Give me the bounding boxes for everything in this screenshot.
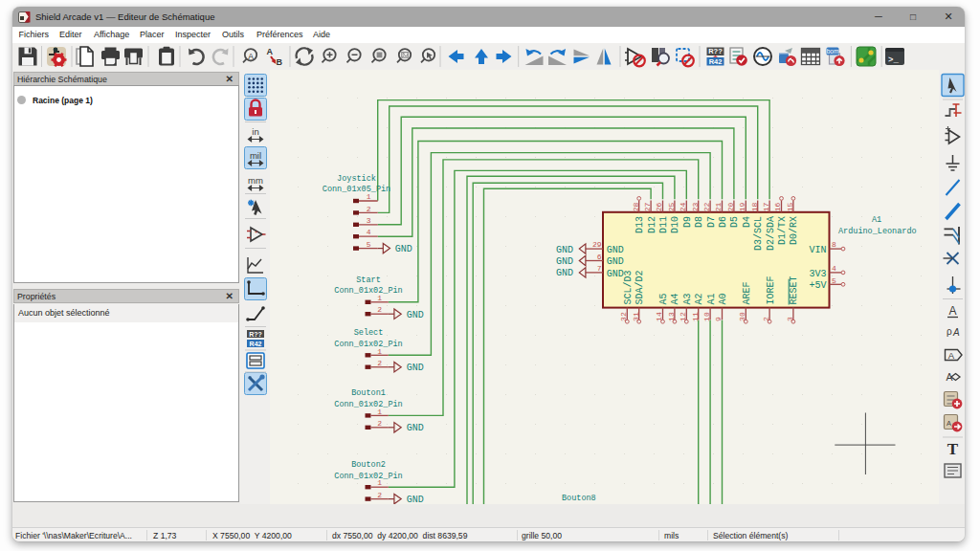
svg-text:A: A <box>952 327 960 338</box>
svg-text:ρ: ρ <box>947 326 952 337</box>
svg-text:20: 20 <box>726 202 735 211</box>
svg-text:28: 28 <box>632 202 640 211</box>
svg-text:2: 2 <box>367 205 371 213</box>
svg-text:11: 11 <box>691 312 700 321</box>
svg-text:23: 23 <box>691 202 700 211</box>
svg-text:A1: A1 <box>706 293 717 304</box>
svg-text:27: 27 <box>643 202 652 211</box>
svg-text:14: 14 <box>655 312 663 321</box>
svg-text:GND: GND <box>607 245 624 255</box>
svg-text:SCL/D3: SCL/D3 <box>623 270 634 304</box>
svg-text:30: 30 <box>738 312 746 321</box>
svg-text:4: 4 <box>367 228 371 236</box>
svg-text:T: T <box>947 440 959 458</box>
svg-text:R42: R42 <box>250 341 262 347</box>
svg-text:A1: A1 <box>872 215 881 225</box>
svg-text:GND: GND <box>607 256 624 267</box>
svg-text:A4: A4 <box>670 293 680 304</box>
svg-text:A2: A2 <box>694 293 704 304</box>
svg-text:1: 1 <box>377 347 382 356</box>
svg-text:D13: D13 <box>635 216 645 233</box>
svg-text:AREF: AREF <box>742 281 752 304</box>
svg-text:1: 1 <box>377 478 382 487</box>
svg-text:2: 2 <box>377 359 382 367</box>
svg-text:26: 26 <box>655 202 663 211</box>
svg-text:2: 2 <box>377 419 382 428</box>
svg-text:24: 24 <box>679 202 687 211</box>
svg-text:GND: GND <box>407 423 424 433</box>
svg-text:D7: D7 <box>706 216 717 228</box>
svg-text:A: A <box>948 304 956 318</box>
svg-text:D8: D8 <box>694 216 704 228</box>
svg-text:2: 2 <box>377 491 382 499</box>
svg-text:IOREF: IOREF <box>766 276 776 304</box>
svg-text:29: 29 <box>592 240 602 249</box>
svg-text:Bouton1: Bouton1 <box>351 388 386 398</box>
svg-text:in: in <box>252 126 258 137</box>
svg-text:1: 1 <box>377 408 382 416</box>
svg-text:2: 2 <box>377 305 382 314</box>
svg-text:+: + <box>255 229 258 234</box>
svg-text:GND: GND <box>407 310 424 320</box>
svg-text:5: 5 <box>832 276 836 285</box>
svg-text:25: 25 <box>667 202 676 211</box>
svg-text:32: 32 <box>619 312 628 321</box>
svg-text:GND: GND <box>607 269 624 279</box>
svg-text:D6: D6 <box>718 216 728 228</box>
svg-text:13: 13 <box>667 312 676 321</box>
svg-text:GND: GND <box>556 268 573 278</box>
svg-text:Conn_01x02_Pin: Conn_01x02_Pin <box>334 400 402 409</box>
svg-text:3: 3 <box>786 317 794 321</box>
svg-text:12: 12 <box>679 312 687 321</box>
svg-text:2: 2 <box>762 317 770 321</box>
svg-text:15: 15 <box>786 202 794 211</box>
svg-text:>_: >_ <box>888 55 899 65</box>
svg-text:D5: D5 <box>729 216 740 228</box>
svg-text:D12: D12 <box>647 216 657 233</box>
svg-text:D1/TX: D1/TX <box>777 216 788 245</box>
svg-text:GND: GND <box>395 244 412 254</box>
svg-text:18: 18 <box>750 202 759 211</box>
svg-text:3V3: 3V3 <box>809 269 826 279</box>
svg-text:Conn_01x02_Pin: Conn_01x02_Pin <box>334 472 402 481</box>
svg-text:8: 8 <box>832 240 836 249</box>
svg-text:4: 4 <box>832 264 836 273</box>
svg-text:16: 16 <box>773 202 782 211</box>
svg-text:D11: D11 <box>658 216 669 233</box>
svg-text:1: 1 <box>377 294 382 302</box>
svg-text:A: A <box>248 52 254 61</box>
svg-text:R42: R42 <box>709 57 723 66</box>
svg-text:17: 17 <box>762 202 770 211</box>
svg-text:22: 22 <box>702 202 711 211</box>
svg-text:+5V: +5V <box>809 280 826 291</box>
svg-text:D4: D4 <box>742 216 752 228</box>
svg-text:7: 7 <box>597 264 602 273</box>
svg-text:D0/RX: D0/RX <box>789 216 799 245</box>
svg-text:Bouton8: Bouton8 <box>562 494 596 503</box>
svg-text:19: 19 <box>738 202 746 211</box>
svg-text:A0: A0 <box>718 293 728 304</box>
svg-text:A3: A3 <box>682 293 693 304</box>
svg-text:Arduino_Leonardo: Arduino_Leonardo <box>838 227 917 236</box>
svg-text:21: 21 <box>714 202 723 211</box>
svg-text:A: A <box>947 419 951 428</box>
svg-text:VIN: VIN <box>809 245 826 255</box>
svg-text:3: 3 <box>367 216 371 225</box>
svg-text:Start: Start <box>356 276 381 285</box>
svg-text:GND: GND <box>407 363 424 373</box>
svg-text:5: 5 <box>367 240 371 249</box>
svg-text:mil: mil <box>250 150 261 161</box>
svg-text:D3/SCL: D3/SCL <box>753 216 764 251</box>
svg-text:GND: GND <box>556 256 573 267</box>
svg-text:R??: R?? <box>708 47 723 55</box>
svg-text:GND: GND <box>407 495 424 504</box>
svg-text:B: B <box>277 57 283 67</box>
svg-text:D2/SDA: D2/SDA <box>766 216 776 251</box>
svg-text:RESET: RESET <box>789 276 799 304</box>
svg-text:1: 1 <box>367 192 371 201</box>
svg-text:Conn_01x02_Pin: Conn_01x02_Pin <box>334 340 402 349</box>
svg-text:D9: D9 <box>682 216 693 228</box>
svg-text:A5: A5 <box>658 293 669 304</box>
svg-text:10: 10 <box>702 312 711 321</box>
svg-text:D10: D10 <box>670 216 680 233</box>
